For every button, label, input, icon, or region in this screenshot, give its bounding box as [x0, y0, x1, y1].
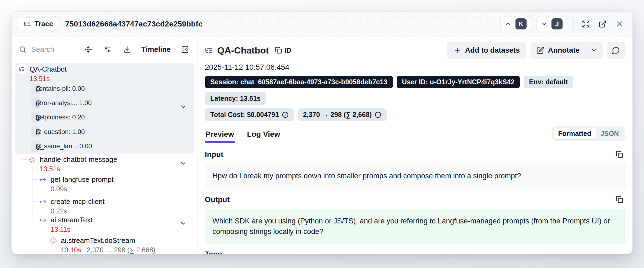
collapse-node-chevron[interactable] [179, 220, 187, 227]
tree-settings-button[interactable] [102, 44, 113, 55]
trace-timestamp: 2025-11-12 10:57:06.454 [205, 63, 625, 72]
collapse-panel-button[interactable] [179, 44, 190, 55]
dialog-header-actions: K J [500, 16, 625, 32]
token-usage-label: 2,370 → 298 (∑ 2,668) [303, 111, 372, 119]
info-icon [282, 112, 288, 118]
tree-connector [32, 201, 37, 202]
timeline-toggle[interactable]: Timeline [141, 45, 171, 54]
score-badge[interactable]: contains-pii: 0.00 {} [31, 83, 40, 94]
prev-trace-button[interactable]: K [500, 16, 531, 32]
score-text: error-analysi... 1.00 [36, 99, 92, 107]
list-tree-icon [205, 46, 213, 54]
detail-tabs: Preview Log View Formatted JSON [205, 126, 625, 143]
tree-connector [32, 220, 37, 220]
tree-node-label[interactable]: create-mcp-client [51, 197, 104, 206]
download-button[interactable] [122, 44, 133, 55]
tree-node-label[interactable]: QA-Chatbot [29, 65, 67, 73]
tree-node-duration: 0.22s [51, 207, 67, 215]
score-badge[interactable]: is_question: 1.00 {} [31, 126, 40, 138]
score-text: helpfulness: 0.20 [36, 113, 85, 121]
plus-icon [454, 46, 461, 54]
session-badge[interactable]: Session: chat_60587aef-6baa-4973-a73c-b9… [205, 76, 393, 88]
tree-node-duration: 0.09s [51, 185, 67, 193]
tree-connector [22, 76, 22, 159]
tree-connector [43, 225, 43, 240]
trace-title: QA-Chatbot [217, 45, 269, 56]
trace-type-badge: Trace [19, 17, 58, 31]
search-placeholder: Search [31, 45, 54, 54]
tab-preview[interactable]: Preview [205, 128, 235, 143]
output-content: Which SDK are you using (Python or JS/TS… [205, 209, 625, 244]
tree-node-tokens: 2,370 → 298 (∑ 2,668) [87, 246, 155, 254]
collapse-node-chevron[interactable] [179, 160, 187, 167]
tree-node-duration: 13.11s [51, 226, 70, 233]
tags-section-title: Tags [205, 250, 222, 254]
open-in-new-window-button[interactable] [597, 18, 608, 30]
add-to-datasets-button[interactable]: Add to datasets [447, 42, 526, 59]
collapse-all-button[interactable] [83, 44, 94, 55]
tree-node-label[interactable]: ai.streamText [51, 216, 93, 224]
copy-input-button[interactable] [614, 149, 625, 160]
expand-button[interactable] [580, 18, 592, 30]
info-icon [375, 112, 381, 118]
total-cost-badge[interactable]: Total Cost: $0.004791 [205, 108, 294, 121]
list-tree-icon [24, 20, 31, 28]
chevron-down-icon [591, 47, 598, 54]
format-option-formatted[interactable]: Formatted [554, 128, 596, 139]
fold-vertical-icon [84, 46, 92, 53]
annotate-label: Annotate [548, 46, 580, 55]
tree-connector [32, 179, 37, 180]
format-toggle: Formatted JSON [552, 126, 625, 141]
tree-connector [22, 159, 27, 160]
search-icon [19, 45, 27, 53]
trace-detail-panel: QA-Chatbot ID Add to datasets [198, 36, 632, 254]
trace-badge-label: Trace [35, 20, 53, 28]
score-badge[interactable]: error-analysi... 1.00 {} [31, 97, 40, 109]
external-link-icon [599, 20, 607, 28]
score-badge[interactable]: helpfulness: 0.20 {} [31, 112, 40, 123]
tree-node-duration: 13.51s [29, 75, 50, 83]
env-badge: Env: default [524, 76, 573, 88]
add-to-datasets-label: Add to datasets [465, 46, 520, 55]
score-badge[interactable]: is_same_lan... 0.00 {} [31, 140, 40, 152]
tab-log-view[interactable]: Log View [247, 128, 281, 143]
chevron-down-icon [541, 20, 548, 28]
annotate-dropdown-button[interactable] [586, 42, 603, 59]
edit-icon [537, 46, 544, 54]
total-cost-label: Total Cost: $0.004791 [210, 111, 279, 119]
score-metadata: {} [36, 142, 40, 150]
annotate-button[interactable]: Annotate [531, 42, 586, 59]
score-metadata: {} [36, 99, 40, 107]
format-option-json[interactable]: JSON [596, 128, 623, 139]
copy-icon [616, 196, 623, 203]
tree-node-label[interactable]: ai.streamText.doStream [61, 236, 135, 245]
score-metadata: {} [36, 85, 40, 92]
dialog-header: Trace 75013d62668a43747ac73cd2e259bbfc K… [12, 12, 632, 36]
next-trace-button[interactable]: J [536, 16, 567, 32]
header-divider [573, 17, 574, 31]
comments-button[interactable] [607, 42, 625, 59]
copy-id-chip[interactable]: ID [275, 46, 291, 55]
score-text: contains-pii: 0.00 [36, 85, 85, 92]
sliders-icon [104, 46, 111, 53]
user-id-badge[interactable]: User ID: u-O1rJy-YrtNCP4i7q3kS42 [397, 76, 520, 88]
kbd-j: J [551, 18, 563, 29]
id-chip-label: ID [284, 46, 291, 55]
panel-left-close-icon [181, 46, 189, 53]
token-usage-badge[interactable]: 2,370 → 298 (∑ 2,668) [298, 108, 387, 121]
tree-toolbar: Search Timeline [12, 36, 198, 62]
span-fan-icon [50, 237, 57, 244]
list-tree-icon [19, 66, 25, 72]
tree-node-label[interactable]: handle-chatbot-message [40, 155, 117, 164]
copy-output-button[interactable] [614, 194, 625, 205]
download-icon [123, 46, 131, 53]
collapse-root-chevron[interactable] [179, 103, 187, 110]
chevron-up-icon [505, 20, 512, 28]
input-section-title: Input [205, 150, 223, 159]
tree-node-duration: 13.51s [40, 165, 60, 173]
tree-node-label[interactable]: get-langfuse-prompt [51, 175, 114, 184]
close-icon [615, 20, 624, 28]
close-button[interactable] [614, 18, 625, 30]
search-input[interactable]: Search [19, 45, 83, 54]
copy-icon [616, 151, 623, 158]
